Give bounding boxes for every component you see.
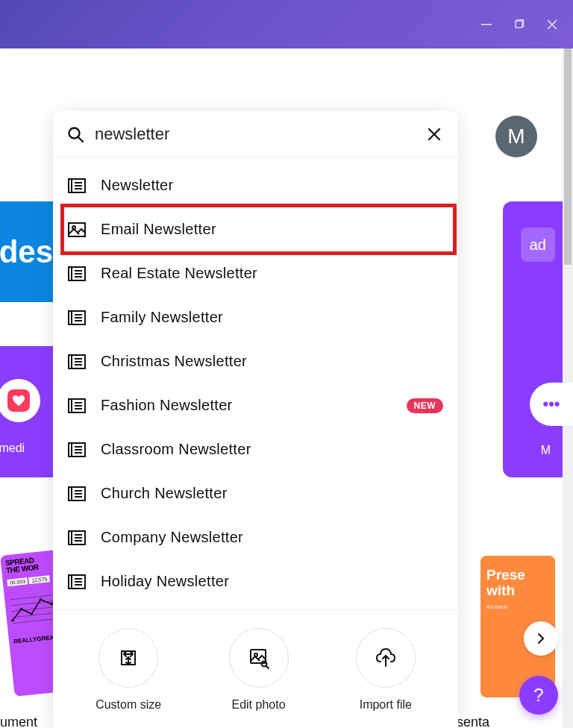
action-label: Import file: [360, 698, 412, 712]
edit-photo-button[interactable]: Edit photo: [229, 628, 289, 712]
suggestion-list: NewsletterEmail NewsletterReal Estate Ne…: [53, 157, 458, 609]
hero-more-button[interactable]: •••: [530, 383, 573, 426]
newspaper-icon: [66, 307, 87, 328]
suggestion-item[interactable]: Family Newsletter: [53, 295, 458, 339]
hero-more-label: M: [541, 444, 551, 457]
bg-tile-designs: des: [0, 201, 56, 302]
newspaper-icon: [66, 527, 87, 548]
suggestion-label: Real Estate Newsletter: [101, 265, 257, 282]
custom-size-button[interactable]: Custom size: [96, 628, 161, 712]
suggestion-label: Christmas Newsletter: [101, 353, 247, 370]
action-label: Custom size: [96, 698, 161, 712]
upload-button[interactable]: ad: [521, 228, 555, 262]
action-row: Custom size Edit photo Import file: [53, 609, 458, 728]
suggestion-label: Holiday Newsletter: [101, 573, 229, 590]
bg-tile-social-label: cial medi: [0, 442, 56, 455]
window-titlebar: [0, 0, 573, 48]
svg-point-2: [12, 619, 14, 621]
scrollbar-thumb[interactable]: [564, 48, 572, 265]
newspaper-icon: [66, 395, 87, 416]
newspaper-icon: [66, 175, 87, 196]
svg-rect-1: [516, 21, 522, 28]
help-button[interactable]: ?: [519, 676, 558, 715]
suggestion-item[interactable]: Holiday Newsletter: [53, 559, 458, 603]
user-avatar[interactable]: M: [495, 116, 537, 157]
suggestion-label: Classroom Newsletter: [101, 441, 251, 458]
newspaper-icon: [66, 263, 87, 284]
import-file-button[interactable]: Import file: [356, 628, 416, 712]
suggestion-item[interactable]: Newsletter: [53, 163, 458, 207]
suggestion-item[interactable]: Real Estate Newsletter: [53, 251, 458, 295]
thumb-badge: 00,003: [7, 577, 28, 586]
suggestion-item[interactable]: Christmas Newsletter: [53, 339, 458, 383]
category-label-document[interactable]: ument: [0, 715, 37, 728]
newspaper-icon: [66, 351, 87, 372]
close-button[interactable]: [546, 19, 558, 31]
suggestion-label: Newsletter: [101, 177, 173, 194]
suggestion-label: Church Newsletter: [101, 485, 228, 502]
search-icon: [66, 125, 84, 143]
maximize-button[interactable]: [513, 19, 525, 31]
thumb-title: Prese with: [486, 568, 549, 599]
suggestion-item[interactable]: Fashion NewsletterNEW: [53, 383, 458, 427]
bg-tile-social: cial medi: [0, 346, 56, 477]
svg-point-4: [31, 612, 33, 615]
thumb-sub: nd deck: [486, 603, 549, 610]
suggestion-label: Family Newsletter: [101, 309, 223, 326]
svg-point-3: [20, 608, 22, 610]
search-input[interactable]: [95, 125, 424, 144]
action-label: Edit photo: [231, 698, 285, 712]
suggestion-item[interactable]: Company Newsletter: [53, 515, 458, 559]
suggestion-item[interactable]: Email Newsletter: [53, 207, 458, 251]
suggestion-label: Company Newsletter: [101, 529, 243, 546]
svg-rect-0: [481, 24, 492, 25]
suggestion-label: Email Newsletter: [101, 221, 216, 238]
suggestion-item[interactable]: Church Newsletter: [53, 471, 458, 515]
newspaper-icon: [66, 483, 87, 504]
suggestion-label: Fashion Newsletter: [101, 397, 233, 414]
new-badge: NEW: [407, 398, 444, 413]
search-dropdown: NewsletterEmail NewsletterReal Estate Ne…: [53, 111, 458, 728]
clear-search-button[interactable]: [424, 124, 445, 145]
heart-badge: [0, 379, 40, 422]
svg-point-5: [40, 598, 42, 600]
newspaper-icon: [66, 571, 87, 592]
carousel-next-button[interactable]: [524, 621, 558, 656]
search-row: [53, 111, 458, 157]
suggestion-item[interactable]: Classroom Newsletter: [53, 427, 458, 471]
image-icon: [66, 219, 87, 240]
main-content: M des cial medi ad ••• M SPREAD THE WOR …: [0, 48, 573, 728]
newspaper-icon: [66, 439, 87, 460]
thumb-badge: 12,575: [29, 575, 50, 584]
minimize-button[interactable]: [480, 19, 492, 31]
